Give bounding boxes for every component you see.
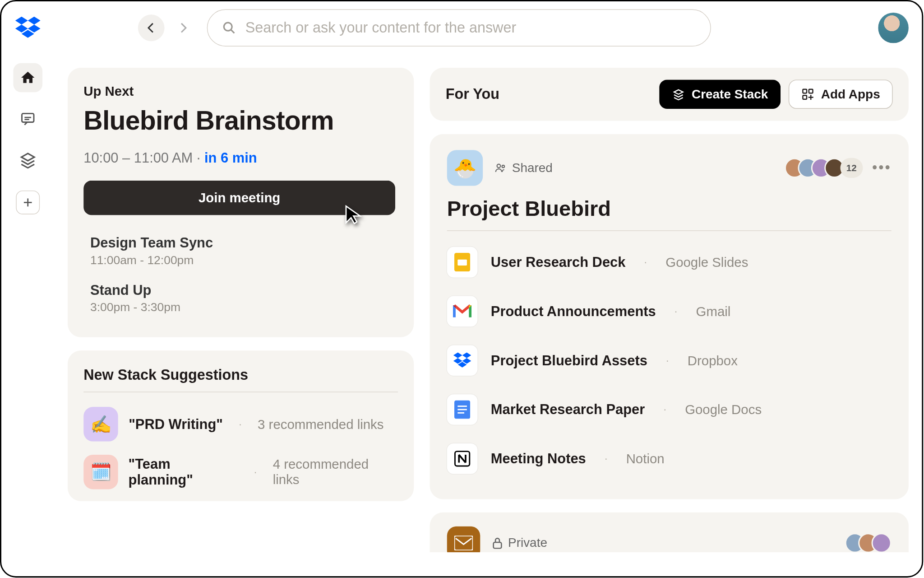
search-input[interactable] xyxy=(245,19,696,37)
envelope-icon xyxy=(454,536,473,550)
lock-icon xyxy=(492,537,503,549)
svg-point-5 xyxy=(224,23,232,31)
top-bar xyxy=(1,1,922,55)
up-next-time: 10:00 – 11:00 AM · in 6 min xyxy=(83,150,398,166)
file-source: Gmail xyxy=(696,304,731,319)
gmail-icon xyxy=(447,296,478,327)
member-avatars[interactable] xyxy=(851,533,891,552)
svg-point-12 xyxy=(497,164,501,168)
notion-icon xyxy=(447,443,478,474)
file-source: Google Docs xyxy=(685,402,762,417)
svg-rect-26 xyxy=(457,412,464,414)
file-name: Product Announcements xyxy=(491,303,656,319)
create-stack-button[interactable]: Create Stack xyxy=(659,79,781,109)
file-name: User Research Deck xyxy=(491,254,626,270)
back-button[interactable] xyxy=(138,14,165,41)
file-row[interactable]: Project Bluebird Assets·Dropbox xyxy=(447,336,892,385)
stack-visibility: Private xyxy=(492,536,547,550)
schedule-title: Stand Up xyxy=(90,282,391,298)
file-row[interactable]: Meeting Notes·Notion xyxy=(447,434,892,483)
svg-point-13 xyxy=(502,165,505,168)
file-source: Notion xyxy=(626,451,665,466)
schedule-title: Design Team Sync xyxy=(90,235,391,251)
svg-rect-24 xyxy=(457,406,467,407)
suggestion-count: 4 recommended links xyxy=(273,457,398,487)
up-next-label: Up Next xyxy=(83,84,398,99)
sidebar-home[interactable] xyxy=(13,63,42,93)
file-row[interactable]: Market Research Paper·Google Docs xyxy=(447,385,892,434)
search-bar[interactable] xyxy=(207,9,711,47)
avatar xyxy=(872,533,892,552)
svg-marker-0 xyxy=(15,17,28,25)
stack-emoji: 🐣 xyxy=(447,150,483,186)
dropbox-icon xyxy=(447,345,478,376)
chat-icon xyxy=(20,111,36,126)
svg-rect-11 xyxy=(803,95,807,99)
svg-marker-19 xyxy=(462,353,471,358)
gslides-icon xyxy=(447,247,478,278)
people-icon xyxy=(495,162,507,174)
up-next-card: Up Next Bluebird Brainstorm 10:00 – 11:0… xyxy=(68,68,414,337)
file-row[interactable]: User Research Deck·Google Slides xyxy=(447,238,892,287)
stack-visibility: Shared xyxy=(495,161,553,175)
suggestion-item[interactable]: 🗓️ "Team planning" · 4 recommended links xyxy=(83,448,398,496)
cursor-icon xyxy=(343,205,363,224)
more-options[interactable]: ••• xyxy=(872,159,892,177)
svg-rect-10 xyxy=(809,89,813,93)
sidebar-add[interactable] xyxy=(16,191,40,214)
suggestion-emoji: ✍️ xyxy=(83,407,118,441)
stack-plus-icon xyxy=(672,88,685,101)
file-name: Market Research Paper xyxy=(491,401,645,417)
gdocs-icon xyxy=(447,394,478,425)
add-apps-button[interactable]: Add Apps xyxy=(789,79,893,109)
up-next-title: Bluebird Brainstorm xyxy=(83,106,398,135)
sidebar xyxy=(1,58,55,214)
suggestion-name: "PRD Writing" xyxy=(129,416,223,432)
profile-avatar[interactable] xyxy=(878,13,909,43)
stack-card: 🐣 Shared 12 xyxy=(430,134,909,499)
suggestion-name: "Team planning" xyxy=(129,456,238,488)
svg-rect-29 xyxy=(494,542,502,548)
file-source: Dropbox xyxy=(688,353,738,368)
divider xyxy=(83,392,398,392)
home-icon xyxy=(20,70,36,85)
sidebar-chat[interactable] xyxy=(13,104,42,134)
forward-button[interactable] xyxy=(170,14,196,41)
for-you-heading: For You xyxy=(446,86,499,103)
stack-emoji xyxy=(447,527,480,552)
schedule-time: 3:00pm - 3:30pm xyxy=(90,301,391,315)
suggestions-card: New Stack Suggestions ✍️ "PRD Writing" ·… xyxy=(68,350,414,501)
svg-marker-8 xyxy=(674,90,683,94)
schedule-item[interactable]: Stand Up 3:00pm - 3:30pm xyxy=(83,274,398,321)
svg-marker-1 xyxy=(28,17,41,25)
suggestion-item[interactable]: ✍️ "PRD Writing" · 3 recommended links xyxy=(83,400,398,448)
member-avatars[interactable]: 12 xyxy=(791,158,863,178)
suggestions-heading: New Stack Suggestions xyxy=(83,366,398,383)
file-name: Meeting Notes xyxy=(491,451,586,466)
file-name: Project Bluebird Assets xyxy=(491,353,647,368)
dropbox-logo[interactable] xyxy=(14,14,41,41)
schedule-time: 11:00am - 12:00pm xyxy=(90,254,391,268)
apps-plus-icon xyxy=(801,88,814,101)
stacks-icon xyxy=(19,151,37,168)
file-row[interactable]: Product Announcements·Gmail xyxy=(447,287,892,336)
file-source: Google Slides xyxy=(665,255,748,270)
avatar-overflow: 12 xyxy=(840,158,863,178)
nav-arrows xyxy=(138,14,196,41)
plus-icon xyxy=(22,196,34,208)
for-you-header: For You Create Stack Add Apps xyxy=(430,68,909,121)
svg-marker-7 xyxy=(21,154,34,161)
search-icon xyxy=(222,21,236,35)
svg-rect-25 xyxy=(457,409,467,410)
stack-card: Private xyxy=(430,513,909,552)
stack-title: Project Bluebird xyxy=(447,196,892,221)
suggestion-count: 3 recommended links xyxy=(258,416,383,432)
svg-marker-18 xyxy=(453,353,462,358)
svg-rect-9 xyxy=(803,89,807,93)
suggestion-emoji: 🗓️ xyxy=(83,455,118,489)
svg-rect-28 xyxy=(454,536,473,550)
up-next-eta: in 6 min xyxy=(204,150,257,165)
schedule-item[interactable]: Design Team Sync 11:00am - 12:00pm xyxy=(83,227,398,274)
sidebar-stacks[interactable] xyxy=(13,145,42,175)
svg-rect-15 xyxy=(457,260,467,266)
